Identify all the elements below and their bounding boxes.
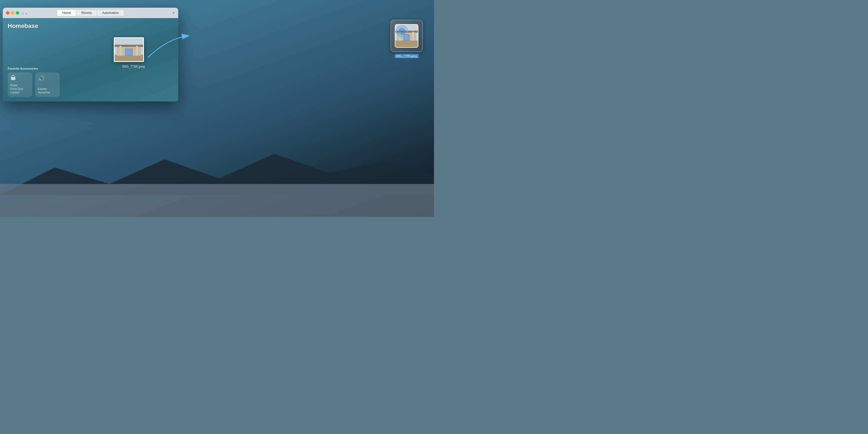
svg-rect-17 — [412, 32, 414, 40]
tab-automation[interactable]: Automation — [97, 9, 124, 16]
foyer-lock-label: Foyer Front Door Locked — [10, 84, 24, 94]
home-nav-icon[interactable]: ⌂ ⌄ — [21, 11, 28, 15]
minimize-button[interactable] — [11, 11, 14, 14]
desktop-file-icon[interactable]: IMG_7788.jpeg — [390, 20, 423, 58]
home-app-window: ⌂ ⌄ Home Rooms Automation + Homebase Fav… — [3, 8, 178, 101]
desktop-ground — [0, 184, 434, 217]
app-title: Homebase — [8, 23, 173, 30]
favorites-label: Favorite Accessories — [8, 67, 173, 70]
kitchen-homepod-tile[interactable]: 🔊 Kitchen HomePod — [35, 72, 60, 97]
house-image-preview — [115, 38, 143, 61]
svg-rect-9 — [136, 46, 138, 56]
kitchen-homepod-label: Kitchen HomePod — [38, 87, 50, 94]
file-icon-badge — [396, 25, 408, 37]
svg-rect-5 — [115, 45, 143, 47]
tab-home[interactable]: Home — [57, 9, 76, 16]
svg-rect-11 — [395, 40, 418, 47]
close-button[interactable] — [6, 11, 9, 14]
accessories-row: Foyer Front Door Locked 🔊 Kitchen HomePo… — [8, 72, 173, 97]
svg-rect-8 — [120, 46, 121, 56]
window-content: Homebase Favorite Accessories Foyer Fron… — [3, 18, 178, 101]
file-icon-badge-inner — [398, 28, 405, 35]
file-name-label: IMG_7788.jpeg — [395, 54, 418, 58]
lock-icon — [10, 75, 16, 81]
add-button[interactable]: + — [173, 10, 175, 16]
drag-image-thumbnail[interactable] — [114, 37, 144, 62]
file-icon-frame — [391, 20, 423, 52]
maximize-button[interactable] — [16, 11, 19, 14]
traffic-lights — [3, 11, 19, 14]
foyer-lock-tile[interactable]: Foyer Front Door Locked — [8, 72, 32, 97]
svg-rect-7 — [126, 49, 132, 55]
window-titlebar: ⌂ ⌄ Home Rooms Automation + — [3, 8, 178, 18]
navigation-tabs: Home Rooms Automation — [57, 9, 124, 16]
homepod-icon: 🔊 — [38, 75, 45, 82]
drag-image-label: IMG_7788.jpeg — [122, 65, 145, 68]
tab-rooms[interactable]: Rooms — [76, 9, 97, 16]
